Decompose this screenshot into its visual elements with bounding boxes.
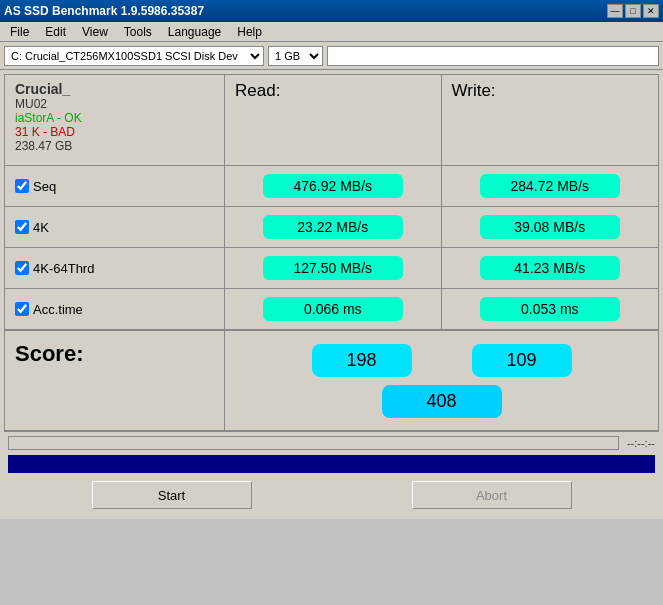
close-button[interactable]: ✕ [643, 4, 659, 18]
drive-size: 238.47 GB [15, 139, 214, 153]
acctime-checkbox[interactable] [15, 302, 29, 316]
score-read-value: 198 [312, 344, 412, 377]
4k64-write-cell: 41.23 MB/s [442, 248, 659, 288]
info-box [327, 46, 659, 66]
menu-edit[interactable]: Edit [39, 24, 72, 40]
menu-file[interactable]: File [4, 24, 35, 40]
minimize-button[interactable]: — [607, 4, 623, 18]
4k64-label-cell: 4K-64Thrd [5, 248, 225, 288]
score-top-row: 198 109 [312, 344, 572, 377]
drive-driver: iaStorA - OK [15, 111, 214, 125]
4k-label: 4K [33, 220, 49, 235]
read-header: Read: [225, 75, 442, 165]
seq-write-cell: 284.72 MB/s [442, 166, 659, 206]
maximize-button[interactable]: □ [625, 4, 641, 18]
abort-button[interactable]: Abort [412, 481, 572, 509]
table-row: Acc.time 0.066 ms 0.053 ms [5, 289, 658, 330]
blue-progress-bar [8, 455, 655, 473]
score-label-cell: Score: [5, 331, 225, 430]
title-bar: AS SSD Benchmark 1.9.5986.35387 — □ ✕ [0, 0, 663, 22]
drive-selector[interactable]: C: Crucial_CT256MX100SSD1 SCSI Disk Dev [4, 46, 264, 66]
button-bar: Start Abort [4, 475, 659, 515]
4k-checkbox[interactable] [15, 220, 29, 234]
progress-time: --:--:-- [627, 437, 655, 449]
4k64-checkbox[interactable] [15, 261, 29, 275]
4k-write-value: 39.08 MB/s [480, 215, 620, 239]
benchmark-table: Crucial_ MU02 iaStorA - OK 31 K - BAD 23… [4, 74, 659, 431]
4k64-write-value: 41.23 MB/s [480, 256, 620, 280]
progress-area: --:--:-- [4, 431, 659, 453]
4k-read-value: 23.22 MB/s [263, 215, 403, 239]
menu-language[interactable]: Language [162, 24, 227, 40]
acctime-label: Acc.time [33, 302, 83, 317]
4k64-read-value: 127.50 MB/s [263, 256, 403, 280]
drive-info: Crucial_ MU02 iaStorA - OK 31 K - BAD 23… [5, 75, 225, 165]
seq-read-value: 476.92 MB/s [263, 174, 403, 198]
menu-help[interactable]: Help [231, 24, 268, 40]
start-button[interactable]: Start [92, 481, 252, 509]
table-row: 4K-64Thrd 127.50 MB/s 41.23 MB/s [5, 248, 658, 289]
seq-label: Seq [33, 179, 56, 194]
toolbar: C: Crucial_CT256MX100SSD1 SCSI Disk Dev … [0, 42, 663, 70]
table-row: Seq 476.92 MB/s 284.72 MB/s [5, 166, 658, 207]
progress-bar-container [8, 436, 619, 450]
menu-bar: File Edit View Tools Language Help [0, 22, 663, 42]
4k-write-cell: 39.08 MB/s [442, 207, 659, 247]
drive-warning: 31 K - BAD [15, 125, 214, 139]
4k64-label: 4K-64Thrd [33, 261, 94, 276]
menu-tools[interactable]: Tools [118, 24, 158, 40]
table-row: 4K 23.22 MB/s 39.08 MB/s [5, 207, 658, 248]
acctime-write-cell: 0.053 ms [442, 289, 659, 329]
score-total-value: 408 [382, 385, 502, 418]
menu-view[interactable]: View [76, 24, 114, 40]
window-controls: — □ ✕ [607, 4, 659, 18]
seq-checkbox[interactable] [15, 179, 29, 193]
4k-label-cell: 4K [5, 207, 225, 247]
table-header: Crucial_ MU02 iaStorA - OK 31 K - BAD 23… [5, 75, 658, 166]
seq-read-cell: 476.92 MB/s [225, 166, 442, 206]
app-title: AS SSD Benchmark 1.9.5986.35387 [4, 4, 204, 18]
score-label: Score: [15, 341, 83, 367]
score-row: Score: 198 109 408 [5, 330, 658, 430]
main-area: Crucial_ MU02 iaStorA - OK 31 K - BAD 23… [0, 70, 663, 519]
seq-label-cell: Seq [5, 166, 225, 206]
acctime-read-value: 0.066 ms [263, 297, 403, 321]
acctime-label-cell: Acc.time [5, 289, 225, 329]
score-write-value: 109 [472, 344, 572, 377]
write-header: Write: [442, 75, 659, 165]
size-selector[interactable]: 1 GB [268, 46, 323, 66]
4k-read-cell: 23.22 MB/s [225, 207, 442, 247]
acctime-read-cell: 0.066 ms [225, 289, 442, 329]
4k64-read-cell: 127.50 MB/s [225, 248, 442, 288]
score-values-area: 198 109 408 [225, 331, 658, 430]
seq-write-value: 284.72 MB/s [480, 174, 620, 198]
drive-model: MU02 [15, 97, 214, 111]
acctime-write-value: 0.053 ms [480, 297, 620, 321]
drive-name: Crucial_ [15, 81, 214, 97]
